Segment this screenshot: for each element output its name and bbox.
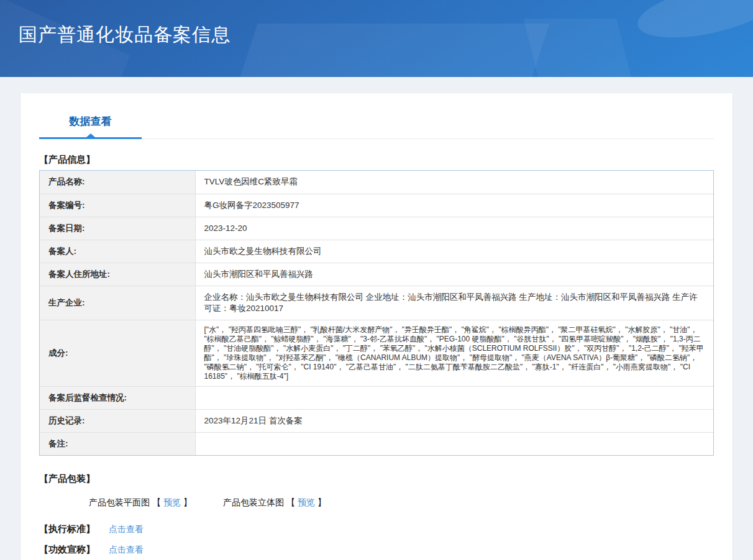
tab-data-view-label: 数据查看: [70, 115, 112, 127]
banner-decor-cube: [234, 24, 550, 77]
table-row-remark: 备注:: [40, 432, 713, 455]
packaging-stereo-preview-link[interactable]: 预览: [298, 497, 315, 508]
section-efficacy: 【功效宣称】: [39, 544, 95, 556]
tab-bar: 数据查看: [39, 111, 714, 139]
standard-row: 【执行标准】 点击查看: [39, 523, 714, 535]
packaging-stereo-item: 产品包装立体图 【 预览 】: [223, 497, 326, 508]
row-value: 2023年12月21日 首次备案: [195, 409, 713, 432]
packaging-flat-item: 产品包装平面图 【 预览 】: [89, 497, 192, 508]
packaging-row: 产品包装平面图 【 预览 】 产品包装立体图 【 预览 】: [89, 497, 714, 508]
tab-data-view[interactable]: 数据查看: [39, 111, 142, 138]
banner-decor-ellipse: [633, 0, 753, 48]
row-label: 备案人:: [40, 240, 195, 263]
section-packaging: 【产品包装】: [39, 473, 714, 485]
bracket-open: 【: [152, 497, 161, 508]
row-value: TVLV玻色因维C紧致早霜: [195, 171, 713, 194]
product-info-table: 产品名称: TVLV玻色因维C紧致早霜 备案编号: 粤G妆网备字20235059…: [39, 170, 714, 456]
row-value: [195, 432, 713, 455]
row-value: 粤G妆网备字2023505977: [195, 194, 713, 217]
table-row-record-date: 备案日期: 2023-12-20: [40, 217, 713, 240]
row-label: 备案人住所地址:: [40, 263, 195, 286]
banner-decor-cube-2: [524, 19, 639, 77]
row-label: 备案后监督检查情况:: [40, 386, 195, 409]
content-card: 数据查看 【产品信息】 产品名称: TVLV玻色因维C紧致早霜 备案编号: 粤G…: [21, 93, 732, 560]
packaging-flat-label: 产品包装平面图: [89, 497, 150, 508]
row-label: 备案编号:: [40, 194, 195, 217]
row-value-ingredients: ["水"， "羟丙基四氢吡喃三醇"， "乳酸杆菌/大米发酵产物"， "异壬酸异壬…: [195, 320, 713, 386]
table-row-post-inspection: 备案后监督检查情况:: [40, 386, 713, 409]
row-label: 备案日期:: [40, 217, 195, 240]
row-label: 历史记录:: [40, 409, 195, 432]
table-row-history: 历史记录: 2023年12月21日 首次备案: [40, 409, 713, 432]
efficacy-click-view-link[interactable]: 点击查看: [109, 544, 144, 556]
tab-active-arrow-icon: [86, 133, 95, 137]
section-standard: 【执行标准】: [39, 523, 95, 535]
row-value: [195, 386, 713, 409]
bracket-close: 】: [183, 497, 192, 508]
page-title: 国产普通化妆品备案信息: [19, 22, 230, 48]
table-row-product-name: 产品名称: TVLV玻色因维C紧致早霜: [40, 171, 713, 194]
bracket-open: 【: [286, 497, 295, 508]
standard-click-view-link[interactable]: 点击查看: [109, 524, 144, 535]
row-value: 汕头市潮阳区和平凤善福兴路: [195, 263, 713, 286]
packaging-stereo-label: 产品包装立体图: [223, 497, 284, 508]
table-row-manufacturer: 生产企业: 企业名称：汕头市欧之曼生物科技有限公司 企业地址：汕头市潮阳区和平凤…: [40, 286, 713, 320]
row-value: 企业名称：汕头市欧之曼生物科技有限公司 企业地址：汕头市潮阳区和平凤善福兴路 生…: [195, 286, 713, 320]
tab-active-underline: [39, 137, 142, 139]
table-row-ingredients: 成分: ["水"， "羟丙基四氢吡喃三醇"， "乳酸杆菌/大米发酵产物"， "异…: [40, 320, 713, 386]
packaging-flat-preview-link[interactable]: 预览: [163, 497, 181, 508]
table-row-registrant: 备案人: 汕头市欧之曼生物科技有限公司: [40, 240, 713, 263]
section-product-info: 【产品信息】: [39, 154, 714, 166]
row-label: 产品名称:: [40, 171, 195, 194]
row-value: 2023-12-20: [195, 217, 713, 240]
table-row-registrant-address: 备案人住所地址: 汕头市潮阳区和平凤善福兴路: [40, 263, 713, 286]
efficacy-row: 【功效宣称】 点击查看: [39, 544, 714, 556]
row-value: 汕头市欧之曼生物科技有限公司: [195, 240, 713, 263]
page-header: 国产普通化妆品备案信息: [0, 0, 753, 77]
bracket-close: 】: [317, 497, 326, 508]
row-label: 备注:: [40, 432, 195, 455]
table-row-record-number: 备案编号: 粤G妆网备字2023505977: [40, 194, 713, 217]
row-label: 成分:: [40, 320, 195, 386]
row-label: 生产企业:: [40, 286, 195, 320]
